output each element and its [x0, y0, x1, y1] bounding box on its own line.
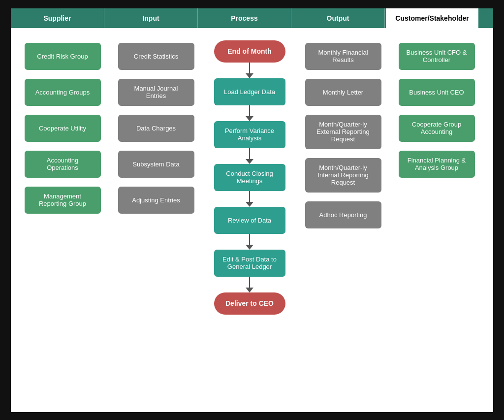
- process-item-1: Load Ledger Data: [214, 78, 285, 105]
- arrow-line: [249, 105, 250, 116]
- output-item-1: Monthly Letter: [305, 79, 381, 106]
- arrow-head: [246, 245, 253, 250]
- customer-item-0: Business Unit CFO & Controller: [399, 43, 475, 70]
- arrow-0: [246, 63, 253, 78]
- customer-item-3: Financial Planning & Analysis Group: [399, 151, 475, 178]
- customer-item-1: Business Unit CEO: [399, 79, 475, 106]
- arrow-line: [249, 191, 250, 202]
- supplier-item-4: Management Reporting Group: [25, 187, 101, 214]
- process-item-0: End of Month: [214, 40, 285, 63]
- supplier-col: Credit Risk Group Accounting Groups Coop…: [16, 38, 109, 392]
- input-item-1: Manual Journal Entries: [118, 79, 194, 106]
- supplier-item-2: Cooperate Utility: [25, 115, 101, 142]
- arrow-line: [249, 277, 250, 288]
- arrow-5: [246, 277, 253, 292]
- supplier-item-1: Accounting Groups: [25, 79, 101, 106]
- output-item-4: Adhoc Reporting: [305, 201, 381, 228]
- process-teal-1: Load Ledger Data: [214, 78, 285, 105]
- arrow-4: [246, 234, 253, 250]
- diagram-container: Supplier Input Process Output Customer/S…: [11, 8, 493, 412]
- process-item-2: Perform Variance Analysis: [214, 121, 285, 148]
- output-item-3: Month/Quarter-ly Internal Reporting Requ…: [305, 158, 381, 193]
- customer-item-2: Cooperate Group Accounting: [399, 115, 475, 142]
- supplier-item-0: Credit Risk Group: [25, 43, 101, 70]
- output-col: Monthly Financial Results Monthly Letter…: [296, 38, 390, 392]
- process-oval-start: End of Month: [214, 40, 285, 63]
- header-process: Process: [198, 8, 291, 28]
- arrow-3: [246, 191, 253, 207]
- process-teal-3: Conduct Closing Meetings: [214, 164, 285, 191]
- arrow-head: [246, 73, 253, 78]
- input-col: Credit Statistics Manual Journal Entries…: [109, 38, 203, 392]
- arrow-head: [246, 159, 253, 164]
- customer-col: Business Unit CFO & Controller Business …: [390, 38, 483, 392]
- process-oval-end: Deliver to CEO: [214, 292, 285, 315]
- process-col: End of Month Load Ledger Data Perform Va…: [203, 38, 296, 392]
- arrow-head: [246, 202, 253, 207]
- arrow-line: [249, 234, 250, 245]
- process-item-4: Review of Data: [214, 207, 285, 234]
- process-teal-5: Edit & Post Data to General Ledger: [214, 250, 285, 277]
- input-item-0: Credit Statistics: [118, 43, 194, 70]
- arrow-1: [246, 105, 253, 121]
- arrow-2: [246, 148, 253, 164]
- header-customer: Customer/Stakeholder: [385, 8, 478, 28]
- process-teal-4: Review of Data: [214, 207, 285, 234]
- process-item-6: Deliver to CEO: [214, 292, 285, 315]
- header-row: Supplier Input Process Output Customer/S…: [11, 8, 493, 28]
- process-item-3: Conduct Closing Meetings: [214, 164, 285, 191]
- arrow-line: [249, 148, 250, 159]
- process-teal-2: Perform Variance Analysis: [214, 121, 285, 148]
- header-output: Output: [291, 8, 385, 28]
- header-supplier: Supplier: [11, 8, 104, 28]
- output-item-2: Month/Quarter-ly External Reporting Requ…: [305, 115, 381, 149]
- arrow-line: [249, 63, 250, 73]
- process-item-5: Edit & Post Data to General Ledger: [214, 250, 285, 277]
- content-area: Credit Risk Group Accounting Groups Coop…: [11, 28, 493, 402]
- output-item-0: Monthly Financial Results: [305, 43, 381, 70]
- supplier-item-3: Accounting Operations: [25, 151, 101, 178]
- input-item-4: Adjusting Entries: [118, 187, 194, 214]
- arrow-head: [246, 116, 253, 121]
- input-item-3: Subsystem Data: [118, 151, 194, 178]
- input-item-2: Data Charges: [118, 115, 194, 142]
- arrow-head: [246, 288, 253, 292]
- header-input: Input: [104, 8, 198, 28]
